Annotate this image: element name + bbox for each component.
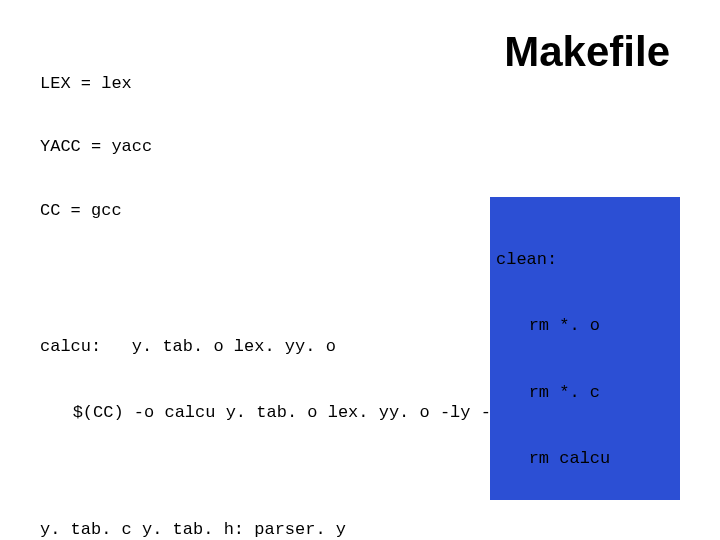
page-title: Makefile: [504, 28, 670, 76]
rule-cmd: rm *. o: [496, 315, 666, 337]
variable-defs: LEX = lex YACC = yacc CC = gcc: [40, 30, 152, 264]
var-line: LEX = lex: [40, 73, 152, 94]
rule-cmd: rm calcu: [496, 448, 666, 470]
rule-cmd: rm *. c: [496, 382, 666, 404]
clean-rule-box: clean: rm *. o rm *. c rm calcu: [490, 197, 680, 500]
var-line: CC = gcc: [40, 200, 152, 221]
var-line: YACC = yacc: [40, 136, 152, 157]
rule-target: y. tab. c y. tab. h: parser. y: [40, 519, 680, 540]
rule-target: clean:: [496, 249, 666, 271]
